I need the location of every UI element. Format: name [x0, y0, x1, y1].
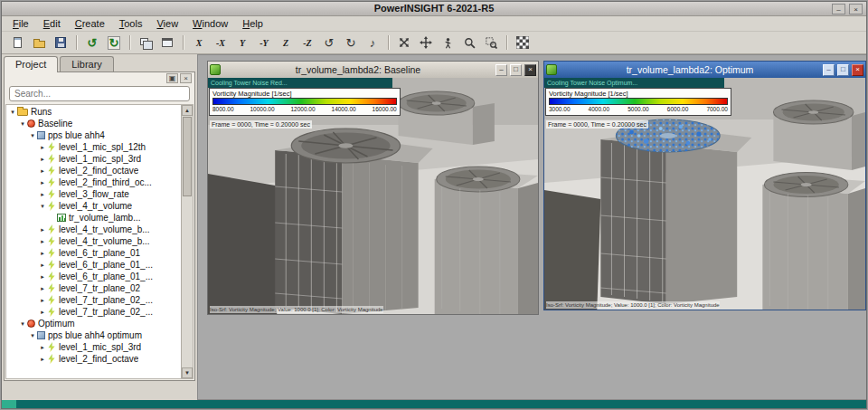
tree-item[interactable]: ▸level_6_tr_plane_01	[6, 247, 181, 259]
view-neg-z-button[interactable]: -Z	[297, 33, 317, 52]
view-neg-x-button[interactable]: -X	[211, 33, 231, 52]
tree-item[interactable]: ▾pps blue ahh4	[6, 129, 181, 141]
refresh-button[interactable]: ↺	[82, 33, 102, 52]
scroll-down-icon[interactable]: ▼	[182, 367, 193, 378]
view-z-button[interactable]: Z	[276, 33, 296, 52]
rotate-cw-button[interactable]: ↻	[341, 33, 361, 52]
tree-item[interactable]: ▸level_7_tr_plane_02_...	[6, 306, 181, 318]
tile-windows-button[interactable]	[136, 33, 156, 52]
tree-item[interactable]: ▸level_4_tr_volume_b...	[6, 224, 181, 235]
tree-scrollbar[interactable]: ▲ ▼	[181, 105, 193, 378]
window-close-button[interactable]: ×	[849, 4, 863, 14]
tree-item[interactable]: ▾pps blue ahh4 optimum	[6, 329, 181, 341]
menu-edit[interactable]: Edit	[36, 17, 68, 30]
colorbar-legend: Vorticity Magnitude [1/sec] 8000.00 1000…	[209, 88, 401, 116]
tree-item[interactable]: ▸level_4_tr_volume_b...	[6, 235, 181, 247]
open-button[interactable]	[29, 33, 49, 52]
panel-tabs: Project Library	[4, 56, 197, 72]
animation-button[interactable]: ♪	[363, 33, 382, 52]
tree-item[interactable]: ▸level_1_mic_spl_3rd	[6, 341, 181, 353]
tree-expander-icon[interactable]: ▾	[18, 120, 27, 128]
tree-item[interactable]: ▸level_2_find_third_oc...	[6, 176, 181, 188]
tree-item[interactable]: ▾level_4_tr_volume	[6, 200, 181, 212]
tree-expander-icon[interactable]: ▸	[38, 250, 47, 257]
child-titlebar[interactable]: tr_volume_lambda2: Baseline – □ ×	[208, 62, 538, 78]
tree-expander-icon[interactable]: ▾	[38, 203, 47, 210]
import-button[interactable]	[7, 33, 27, 52]
walkthrough-button[interactable]	[438, 33, 458, 52]
open-icon	[33, 41, 45, 48]
scrollbar-thumb[interactable]	[183, 117, 192, 196]
tree-item[interactable]: ▸level_1_mic_spl_12th	[6, 141, 181, 153]
tree-expander-icon[interactable]: ▸	[38, 179, 47, 186]
tree-expander-icon[interactable]: ▸	[38, 156, 47, 163]
tree-item[interactable]: ▸level_6_tr_plane_01_...	[6, 259, 181, 271]
menu-view[interactable]: View	[149, 17, 185, 30]
tree-item[interactable]: ▸level_1_mic_spl_3rd	[6, 153, 181, 165]
tree-item[interactable]: ▸level_3_flow_rate	[6, 188, 181, 200]
tree-expander-icon[interactable]: ▸	[38, 226, 47, 234]
analysis-icon	[47, 354, 56, 364]
cascade-windows-button[interactable]	[157, 33, 177, 52]
float-panel-button[interactable]: ▣	[166, 73, 178, 83]
tree-expander-icon[interactable]: ▸	[38, 309, 47, 316]
tree-expander-icon[interactable]: ▾	[28, 132, 37, 139]
tree-item[interactable]: ▸level_7_tr_plane_02_...	[6, 294, 181, 306]
rotate-ccw-button[interactable]: ↺	[319, 33, 339, 52]
child-close-button[interactable]: ×	[524, 64, 536, 76]
scrollbar-track[interactable]	[182, 197, 193, 367]
tree-item[interactable]: ▸level_6_tr_plane_01_...	[6, 271, 181, 282]
menu-help[interactable]: Help	[235, 17, 270, 30]
child-maximize-button[interactable]: □	[837, 64, 849, 76]
scroll-up-icon[interactable]: ▲	[182, 105, 193, 116]
pan-button[interactable]	[416, 33, 436, 52]
child-minimize-button[interactable]: –	[823, 64, 835, 76]
fit-view-button[interactable]	[394, 33, 414, 52]
window-minimize-button[interactable]: –	[832, 4, 845, 14]
menu-file[interactable]: File	[5, 17, 36, 30]
animation-icon: ♪	[370, 37, 376, 49]
tree-expander-icon[interactable]: ▸	[38, 262, 47, 269]
view-neg-y-button[interactable]: -Y	[254, 33, 274, 52]
tree-expander-icon[interactable]: ▸	[38, 285, 47, 292]
search-input[interactable]	[9, 86, 190, 101]
close-panel-button[interactable]: ×	[180, 73, 192, 83]
tree-expander-icon[interactable]: ▸	[38, 144, 47, 151]
zoom-region-button[interactable]	[481, 33, 501, 52]
tree-item[interactable]: ▸level_7_tr_plane_02	[6, 282, 181, 294]
analysis-icon	[47, 307, 56, 317]
run-button[interactable]: ↻	[104, 33, 124, 52]
render-icon	[516, 36, 529, 49]
child-titlebar[interactable]: tr_volume_lambda2: Optimum – □ ×	[544, 62, 865, 78]
tree-item[interactable]: ▸level_2_find_octave	[6, 165, 181, 176]
zoom-button[interactable]	[459, 33, 479, 52]
tree-expander-icon[interactable]: ▾	[8, 109, 17, 116]
tree-item[interactable]: tr_volume_lamb...	[6, 212, 181, 224]
app-titlebar[interactable]: PowerINSIGHT 6-2021-R5 – ×	[2, 2, 866, 16]
tab-library[interactable]: Library	[60, 56, 114, 72]
tree-item[interactable]: ▾Baseline	[6, 118, 181, 129]
menu-create[interactable]: Create	[68, 17, 112, 30]
save-button[interactable]	[51, 33, 71, 52]
child-minimize-button[interactable]: –	[495, 64, 507, 76]
child-close-button[interactable]: ×	[852, 64, 863, 76]
tree-expander-icon[interactable]: ▸	[38, 167, 47, 175]
menu-tools[interactable]: Tools	[112, 17, 150, 30]
tree-expander-icon[interactable]: ▸	[38, 297, 47, 304]
tree-expander-icon[interactable]: ▸	[38, 344, 47, 351]
view-x-button[interactable]: X	[189, 33, 209, 52]
tree-item[interactable]: ▾Runs	[6, 106, 181, 118]
tree-expander-icon[interactable]: ▾	[18, 320, 27, 328]
menu-window[interactable]: Window	[185, 17, 235, 30]
render-button[interactable]	[513, 33, 533, 52]
tree-expander-icon[interactable]: ▸	[38, 238, 47, 245]
tree-expander-icon[interactable]: ▸	[38, 191, 47, 198]
tree-expander-icon[interactable]: ▸	[38, 273, 47, 281]
tree-item[interactable]: ▾Optimum	[6, 318, 181, 329]
view-y-button[interactable]: Y	[232, 33, 252, 52]
tree-expander-icon[interactable]: ▾	[28, 332, 37, 339]
tree-expander-icon[interactable]: ▸	[38, 356, 47, 363]
tab-project[interactable]: Project	[4, 56, 58, 72]
tree-item[interactable]: ▸level_2_find_octave	[6, 353, 181, 365]
child-maximize-button[interactable]: □	[510, 64, 522, 76]
